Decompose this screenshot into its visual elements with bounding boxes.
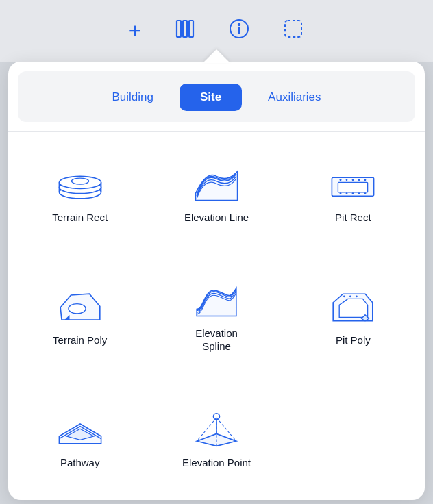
info-icon[interactable] [229,18,249,44]
elevation-point-item[interactable]: Elevation Point [151,384,281,493]
svg-point-28 [349,295,351,297]
elevation-point-label: Elevation Point [182,456,251,470]
terrain-poly-icon [55,288,105,327]
elevation-point-icon [192,411,241,449]
svg-point-25 [364,192,367,194]
svg-point-27 [343,295,345,297]
svg-rect-14 [338,182,368,192]
terrain-poly-item[interactable]: Terrain Poly [15,255,145,377]
terrain-rect-label: Terrain Rect [52,211,108,225]
pit-poly-label: Pit Poly [336,333,371,347]
elevation-line-item[interactable]: Elevation Line [151,139,281,248]
svg-point-5 [238,23,240,25]
panel-wrapper: Building Site Auxiliaries Terrain Rec [8,62,425,504]
svg-point-29 [356,295,358,297]
svg-point-16 [346,179,348,181]
terrain-rect-icon [55,166,105,204]
elevation-spline-icon [192,281,241,320]
tab-building[interactable]: Building [91,84,174,111]
pit-poly-item[interactable]: Pit Poly [288,255,418,377]
library-icon[interactable] [174,18,196,45]
svg-point-23 [352,192,354,194]
svg-point-10 [71,178,88,184]
svg-rect-6 [285,21,301,37]
pathway-item[interactable]: Pathway [15,384,145,493]
tabs-container: Building Site Auxiliaries [18,71,415,122]
pit-rect-label: Pit Rect [335,211,371,225]
tab-site[interactable]: Site [180,84,242,111]
pit-rect-item[interactable]: Pit Rect [288,139,418,248]
elevation-line-icon [192,166,241,204]
svg-point-24 [358,192,360,194]
svg-rect-0 [177,21,181,37]
pathway-icon [55,411,105,449]
main-panel: Building Site Auxiliaries Terrain Rec [8,62,425,500]
ar-icon[interactable] [282,18,304,45]
items-grid: Terrain Rect Elevation Line [8,132,425,500]
terrain-rect-item[interactable]: Terrain Rect [15,139,145,248]
tab-auxiliaries[interactable]: Auxiliaries [247,84,341,111]
elevation-spline-item[interactable]: Elevation Spline [151,255,281,377]
svg-rect-2 [189,21,193,37]
svg-point-26 [69,303,86,313]
svg-point-18 [358,179,360,181]
pathway-label: Pathway [60,456,100,470]
svg-rect-1 [183,21,187,37]
svg-point-21 [340,192,342,194]
svg-point-19 [364,179,367,181]
elevation-line-label: Elevation Line [184,211,249,225]
svg-point-17 [352,179,354,181]
plus-icon[interactable]: + [129,18,142,44]
pit-poly-icon [328,288,378,327]
terrain-poly-label: Terrain Poly [53,333,107,347]
svg-point-22 [346,192,348,194]
elevation-spline-label: Elevation Spline [195,327,238,353]
pit-rect-icon [328,166,378,204]
svg-point-20 [340,179,342,181]
